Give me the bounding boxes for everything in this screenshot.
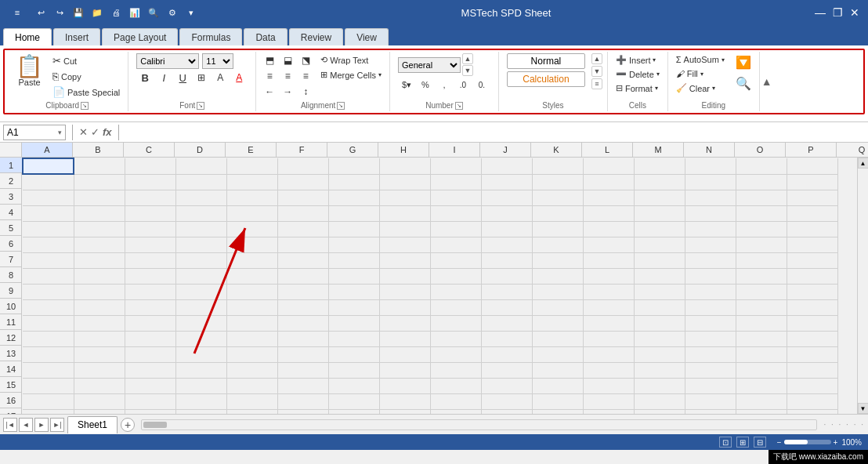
- col-header-D[interactable]: D: [175, 143, 226, 157]
- scroll-up-button[interactable]: ▲: [858, 158, 869, 169]
- increase-indent[interactable]: →: [279, 85, 296, 99]
- tab-view[interactable]: View: [345, 28, 389, 45]
- col-header-L[interactable]: L: [582, 143, 633, 157]
- confirm-icon[interactable]: ✓: [91, 126, 99, 138]
- row-header-13[interactable]: 13: [0, 346, 22, 361]
- sheet-first-button[interactable]: |◄: [3, 418, 17, 432]
- tab-formulas[interactable]: Formulas: [179, 28, 242, 45]
- font-size-select[interactable]: 11: [202, 53, 233, 69]
- zoom-out-button[interactable]: −: [777, 438, 782, 447]
- page-layout-view-button[interactable]: ⊞: [736, 437, 749, 448]
- row-header-3[interactable]: 3: [0, 189, 22, 205]
- fill-button[interactable]: 🖌 Fill ▾: [673, 67, 728, 80]
- find-select-button[interactable]: 🔍: [732, 74, 754, 92]
- col-header-B[interactable]: B: [73, 143, 124, 157]
- tab-home[interactable]: Home: [3, 28, 52, 45]
- styles-up[interactable]: ▲: [591, 53, 602, 64]
- col-header-C[interactable]: C: [124, 143, 175, 157]
- tab-review[interactable]: Review: [289, 28, 343, 45]
- cell-C1[interactable]: [125, 158, 175, 174]
- normal-style-button[interactable]: Normal: [507, 53, 585, 69]
- align-top-left[interactable]: ⬒: [261, 53, 278, 67]
- col-header-N[interactable]: N: [684, 143, 735, 157]
- clipboard-expand[interactable]: ↘: [81, 102, 89, 110]
- comma-button[interactable]: ,: [436, 78, 453, 92]
- restore-button[interactable]: ❐: [830, 5, 844, 20]
- text-direction[interactable]: ↕: [297, 85, 314, 99]
- cell-P1[interactable]: [787, 158, 837, 174]
- cut-button[interactable]: ✂ Cut: [49, 53, 123, 68]
- tab-insert[interactable]: Insert: [53, 28, 100, 45]
- cell-F1[interactable]: [277, 158, 328, 174]
- page-break-view-button[interactable]: ⊟: [754, 437, 766, 448]
- name-box-dropdown[interactable]: ▾: [58, 129, 62, 136]
- col-header-P[interactable]: P: [786, 143, 837, 157]
- qa-settings[interactable]: ⚙: [165, 5, 180, 20]
- row-header-1[interactable]: 1: [0, 158, 22, 173]
- align-center[interactable]: ≡: [279, 69, 296, 83]
- row-header-4[interactable]: 4: [0, 205, 22, 220]
- align-right[interactable]: ≡: [297, 69, 314, 83]
- zoom-in-button[interactable]: +: [834, 438, 838, 447]
- row-header-12[interactable]: 12: [0, 330, 22, 346]
- cell-K1[interactable]: [532, 158, 583, 174]
- percent-button[interactable]: %: [417, 78, 434, 92]
- sheet-last-button[interactable]: ►|: [50, 418, 64, 432]
- col-header-Q[interactable]: Q: [837, 143, 868, 157]
- row-header-6[interactable]: 6: [0, 236, 22, 252]
- app-menu-button[interactable]: ≡: [6, 2, 28, 24]
- number-format-down[interactable]: ▼: [462, 65, 473, 76]
- number-expand[interactable]: ↘: [455, 102, 463, 110]
- font-name-select[interactable]: Calibri: [136, 53, 199, 69]
- minimize-button[interactable]: —: [813, 5, 827, 20]
- cell-A1[interactable]: [23, 158, 74, 174]
- align-top-center[interactable]: ⬓: [279, 53, 296, 67]
- col-header-E[interactable]: E: [226, 143, 277, 157]
- cell-M1[interactable]: [634, 158, 685, 174]
- row-header-14[interactable]: 14: [0, 361, 22, 377]
- currency-button[interactable]: $▾: [398, 78, 415, 92]
- row-header-5[interactable]: 5: [0, 220, 22, 236]
- cell-N1[interactable]: [685, 158, 736, 174]
- row-header-17[interactable]: 17: [0, 408, 22, 414]
- function-icon[interactable]: fx: [103, 126, 112, 138]
- copy-button[interactable]: ⎘ Copy: [49, 69, 123, 84]
- styles-down[interactable]: ▼: [591, 66, 602, 77]
- add-sheet-button[interactable]: +: [121, 418, 135, 432]
- autosum-button[interactable]: Σ AutoSum ▾: [673, 53, 728, 66]
- formula-input[interactable]: [125, 125, 865, 140]
- row-header-2[interactable]: 2: [0, 173, 22, 189]
- col-header-F[interactable]: F: [277, 143, 327, 157]
- sheet-tab-1[interactable]: Sheet1: [67, 416, 118, 433]
- col-header-A[interactable]: A: [22, 143, 73, 157]
- delete-button[interactable]: ➖ Delete ▾: [613, 67, 663, 81]
- cell-O1[interactable]: [736, 158, 787, 174]
- calculation-style-button[interactable]: Calculation: [507, 71, 585, 87]
- row-header-15[interactable]: 15: [0, 377, 22, 393]
- cell-I1[interactable]: [430, 158, 481, 174]
- cell-L1[interactable]: [583, 158, 634, 174]
- insert-button[interactable]: ➕ Insert ▾: [613, 53, 663, 67]
- qa-preview[interactable]: 📊: [127, 5, 143, 20]
- col-header-K[interactable]: K: [531, 143, 582, 157]
- cell-D1[interactable]: [175, 158, 226, 174]
- font-color-button[interactable]: A: [230, 71, 248, 85]
- qa-more[interactable]: ▾: [183, 5, 199, 20]
- qa-save[interactable]: 💾: [71, 5, 86, 20]
- format-button[interactable]: ⊟ Format ▾: [613, 82, 663, 95]
- paste-special-button[interactable]: 📄 Paste Special: [49, 85, 123, 100]
- cancel-icon[interactable]: ✕: [79, 126, 88, 138]
- bold-button[interactable]: B: [136, 71, 154, 85]
- qa-find[interactable]: 🔍: [146, 5, 161, 20]
- fill-color-button[interactable]: A: [212, 71, 229, 85]
- border-button[interactable]: ⊞: [193, 71, 210, 85]
- col-header-O[interactable]: O: [735, 143, 786, 157]
- col-header-G[interactable]: G: [327, 143, 378, 157]
- col-header-J[interactable]: J: [480, 143, 531, 157]
- align-left[interactable]: ≡: [261, 69, 278, 83]
- decimal-decrease[interactable]: 0.: [473, 78, 490, 92]
- number-format-select[interactable]: General Number Currency: [398, 57, 461, 73]
- vertical-scrollbar[interactable]: ▲ ▼: [857, 158, 868, 414]
- qa-print[interactable]: 🖨: [108, 5, 124, 20]
- h-scroll-thumb[interactable]: [143, 422, 167, 428]
